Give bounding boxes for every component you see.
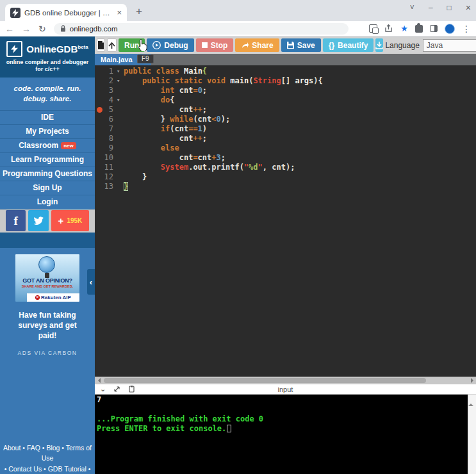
extensions-icon[interactable] — [415, 25, 423, 33]
window-close-button[interactable]: × — [466, 3, 471, 13]
console-line: 7 — [97, 395, 474, 405]
fold-spacer — [117, 86, 124, 95]
run-button[interactable]: Run — [119, 38, 145, 52]
sidebar-item-ide[interactable]: IDE — [0, 111, 95, 125]
line-number[interactable]: 11 — [95, 163, 117, 172]
footer-links-row: About • FAQ • Blog • Terms of Use — [0, 443, 95, 464]
sidebar-item-my-projects[interactable]: My Projects — [0, 125, 95, 139]
code-text: cnt=cnt+3; — [124, 153, 226, 163]
code-editor[interactable]: 1▾public class Main{2▾ public static voi… — [95, 65, 476, 377]
footer-link-blog[interactable]: Blog — [46, 444, 60, 452]
code-line: 7 if(cnt==1) — [95, 124, 476, 134]
breakpoint-icon[interactable] — [97, 107, 103, 113]
code-text: do{ — [124, 95, 174, 105]
sidebar-item-learn-programming[interactable]: Learn Programming — [0, 153, 95, 167]
console-vertical-scrollbar[interactable] — [468, 395, 476, 474]
facebook-button[interactable]: f — [6, 210, 26, 231]
line-number[interactable]: 6 — [95, 115, 117, 124]
editor-horizontal-scrollbar[interactable] — [95, 377, 476, 384]
beta-badge: beta — [78, 44, 88, 50]
tab-title: GDB online Debugger | Compile — [24, 9, 113, 17]
line-number[interactable]: 9 — [95, 143, 117, 153]
footer-link-about[interactable]: About — [3, 444, 21, 452]
line-number[interactable]: 2 — [95, 76, 117, 86]
line-number[interactable]: 10 — [95, 153, 117, 163]
sidebar-collapse-button[interactable]: ‹ — [87, 269, 95, 295]
line-number[interactable]: 8 — [95, 134, 117, 143]
footer-link-contact-us[interactable]: Contact Us — [8, 465, 42, 473]
browser-menu-icon[interactable]: ⋮ — [462, 24, 471, 33]
share-icon[interactable] — [384, 24, 393, 33]
tab-search-icon[interactable]: ˅ — [410, 3, 414, 12]
fold-spacer — [117, 134, 124, 143]
new-tab-button[interactable]: + — [136, 5, 142, 18]
address-bar[interactable]: onlinegdb.com — [54, 23, 349, 35]
ad-caption[interactable]: Have fun taking surveys and get paid! — [0, 310, 95, 341]
program-console[interactable]: 7 ...Program finished with exit code 0Pr… — [95, 395, 476, 474]
console-header: ⌄ input — [95, 384, 476, 395]
sidebar-footer: About • FAQ • Blog • Terms of Use• Conta… — [0, 443, 95, 474]
fold-arrow-icon[interactable]: ▾ — [117, 76, 124, 86]
code-text: if(cnt==1) — [124, 124, 207, 134]
sidebar-item-programming-questions[interactable]: Programming Questions — [0, 167, 95, 181]
beautify-button[interactable]: {} Beautify — [323, 38, 374, 52]
console-line: Press ENTER to exit console. — [97, 424, 474, 434]
floppy-icon — [287, 42, 294, 49]
browser-tab[interactable]: GDB online Debugger | Compile × — [5, 4, 127, 21]
reload-icon[interactable]: ↻ — [38, 24, 46, 33]
sidebar-item-sign-up[interactable]: Sign Up — [0, 181, 95, 195]
ads-via-carbon[interactable]: ADS VIA CARBON — [0, 350, 95, 356]
chevron-left-icon: ‹ — [90, 277, 92, 287]
translate-icon[interactable] — [369, 24, 377, 33]
new-badge: new — [61, 142, 76, 149]
open-project-button[interactable] — [107, 38, 117, 52]
share-arrow-icon — [241, 42, 249, 49]
profile-avatar[interactable] — [445, 24, 455, 34]
sidebar-header: OnlineGDBbeta online compiler and debugg… — [0, 37, 95, 78]
line-number[interactable]: 3 — [95, 86, 117, 95]
share-button[interactable]: Share — [235, 38, 279, 52]
console-caret — [227, 425, 231, 432]
language-label: Language — [385, 41, 419, 50]
download-button[interactable] — [375, 38, 383, 52]
scrollbar-thumb[interactable] — [104, 378, 426, 383]
logo-subtitle: online compiler and debugger for c/c++ — [3, 59, 92, 74]
footer-link-gdb-tutorial[interactable]: GDB Tutorial — [48, 465, 86, 473]
fold-arrow-icon[interactable]: ▾ — [117, 95, 124, 105]
fold-arrow-icon[interactable]: ▾ — [117, 67, 124, 76]
stop-button[interactable]: Stop — [196, 38, 234, 52]
sidebar-item-classroom[interactable]: Classroomnew — [0, 139, 95, 153]
new-file-button[interactable] — [97, 38, 105, 52]
code-text: else — [124, 143, 179, 153]
footer-links-row: • Contact Us • GDB Tutorial • — [0, 464, 95, 474]
sidebar-item-login[interactable]: Login — [0, 195, 95, 209]
line-number[interactable]: 12 — [95, 172, 117, 182]
code-line: 9 else — [95, 143, 476, 153]
forward-icon[interactable]: → — [22, 24, 31, 33]
save-button[interactable]: Save — [281, 38, 321, 52]
side-panel-icon[interactable] — [430, 25, 438, 32]
line-number[interactable]: 13 — [95, 182, 117, 192]
gplus-share-button[interactable]: + 195K — [51, 210, 89, 231]
sidebar-item-label: Sign Up — [33, 183, 62, 192]
scroll-right-arrow-icon[interactable] — [468, 377, 476, 384]
line-number[interactable]: 4 — [95, 95, 117, 105]
scroll-left-arrow-icon[interactable] — [95, 377, 103, 384]
debug-button[interactable]: Debug — [147, 38, 193, 52]
ad-image[interactable]: GOT AN OPINION? SHARE AND GET REWARDED. … — [15, 254, 79, 302]
line-number[interactable]: 5 — [95, 105, 117, 115]
fold-spacer — [117, 115, 124, 124]
window-maximize-button[interactable]: □ — [447, 3, 452, 12]
twitter-button[interactable] — [28, 210, 48, 231]
lightbulb-icon — [38, 256, 55, 273]
line-number[interactable]: 7 — [95, 124, 117, 134]
tab-close-icon[interactable]: × — [117, 8, 122, 17]
line-number[interactable]: 1 — [95, 67, 117, 76]
bookmark-star-icon[interactable]: ★ — [400, 24, 408, 33]
fold-spacer — [117, 163, 124, 172]
language-select[interactable]: Java ▾ — [423, 39, 476, 52]
window-minimize-button[interactable]: – — [429, 3, 433, 12]
back-icon[interactable]: ← — [5, 24, 14, 33]
footer-link-faq[interactable]: FAQ — [27, 444, 40, 452]
code-text: public static void main(String[] args){ — [124, 76, 323, 86]
